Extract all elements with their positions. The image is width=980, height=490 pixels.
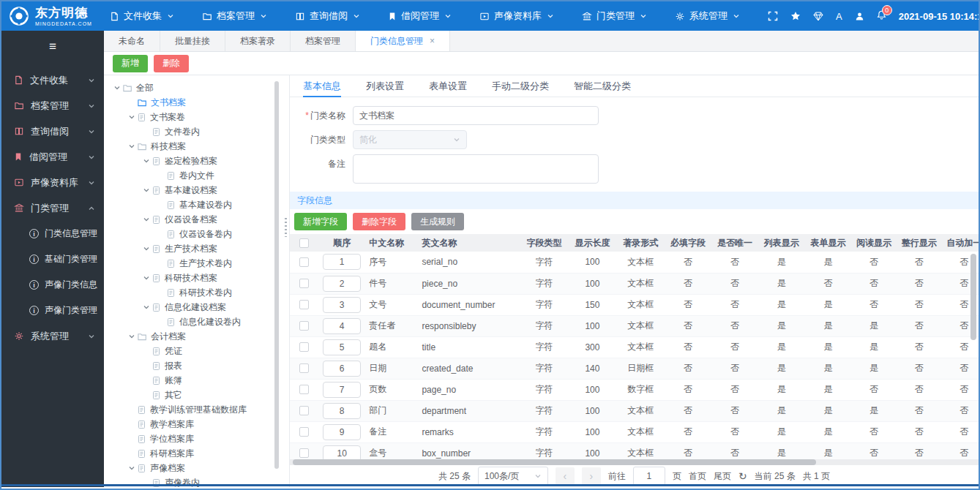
sidebar-subitem-6-2[interactable]: i基础门类管理 bbox=[1, 246, 104, 272]
order-input[interactable]: 2 bbox=[323, 276, 361, 292]
generate-rule-button[interactable]: 生成规则 bbox=[411, 213, 464, 230]
nav-menu-3[interactable]: 查询借阅 bbox=[295, 10, 360, 23]
open-tab-2[interactable]: 批量挂接 bbox=[160, 31, 225, 51]
tree-node-26[interactable]: 科研档案库 bbox=[111, 446, 272, 461]
next-page-button[interactable]: › bbox=[582, 467, 601, 485]
sidebar-item-5[interactable]: 声像资料库 bbox=[1, 170, 104, 195]
nav-menu-4[interactable]: 借阅管理 bbox=[388, 10, 452, 23]
detail-tab-4[interactable]: 手动二级分类 bbox=[492, 75, 549, 97]
delete-field-button[interactable]: 删除字段 bbox=[353, 213, 405, 230]
tree-node-25[interactable]: 学位档案库 bbox=[111, 431, 272, 446]
tree-expander-icon[interactable] bbox=[141, 157, 152, 165]
row-checkbox[interactable] bbox=[299, 257, 309, 267]
tree-node-23[interactable]: 教学训练管理基础数据库 bbox=[111, 402, 272, 417]
sidebar-item-4[interactable]: 借阅管理 bbox=[1, 144, 104, 170]
detail-tab-5[interactable]: 智能二级分类 bbox=[574, 75, 631, 97]
order-input[interactable]: 9 bbox=[323, 424, 361, 440]
user-icon[interactable] bbox=[855, 12, 864, 21]
tree-node-27[interactable]: 声像档案 bbox=[111, 461, 272, 475]
tree-node-4[interactable]: 文件卷内 bbox=[111, 124, 272, 139]
nav-menu-6[interactable]: 门类管理 bbox=[582, 10, 647, 23]
tree-node-7[interactable]: 卷内文件 bbox=[111, 168, 272, 183]
panel-resize-divider[interactable] bbox=[283, 75, 289, 487]
row-checkbox[interactable] bbox=[299, 448, 309, 458]
sidebar-item-2[interactable]: 档案管理 bbox=[1, 93, 104, 118]
gem-icon[interactable] bbox=[813, 12, 823, 21]
tree-node-16[interactable]: 信息化建设档案 bbox=[111, 300, 272, 314]
sidebar-item-7[interactable]: 系统管理 bbox=[1, 323, 104, 349]
tree-node-6[interactable]: 鉴定检验档案 bbox=[111, 154, 272, 168]
row-checkbox[interactable] bbox=[299, 385, 309, 394]
tree-node-1[interactable]: 全部 bbox=[111, 80, 272, 95]
add-button[interactable]: 新增 bbox=[113, 55, 148, 72]
tree-node-18[interactable]: 会计档案 bbox=[111, 329, 272, 344]
detail-tab-1[interactable]: 基本信息 bbox=[303, 75, 341, 97]
nav-menu-7[interactable]: 系统管理 bbox=[675, 10, 740, 23]
tree-expander-icon[interactable] bbox=[126, 113, 137, 121]
tree-node-20[interactable]: 报表 bbox=[111, 358, 272, 373]
fullscreen-icon[interactable] bbox=[768, 11, 778, 21]
add-field-button[interactable]: 新增字段 bbox=[294, 213, 347, 230]
nav-menu-2[interactable]: 档案管理 bbox=[202, 10, 267, 23]
table-horizontal-scrollbar-thumb[interactable] bbox=[293, 459, 816, 465]
open-tab-1[interactable]: 未命名 bbox=[104, 31, 160, 51]
close-tab-icon[interactable]: × bbox=[430, 36, 435, 46]
goto-page-input[interactable] bbox=[633, 467, 665, 486]
tree-expander-icon[interactable] bbox=[141, 274, 152, 282]
open-tab-3[interactable]: 档案著录 bbox=[225, 31, 291, 51]
page-size-select[interactable]: 100条/页 bbox=[478, 467, 548, 486]
tree-node-5[interactable]: 科技档案 bbox=[111, 139, 272, 154]
tree-expander-icon[interactable] bbox=[126, 143, 137, 150]
detail-tab-3[interactable]: 表单设置 bbox=[429, 75, 467, 97]
row-checkbox[interactable] bbox=[299, 321, 309, 331]
order-input[interactable]: 7 bbox=[323, 382, 361, 398]
table-vertical-scrollbar[interactable] bbox=[970, 254, 976, 340]
tree-expander-icon[interactable] bbox=[141, 304, 152, 311]
category-name-input[interactable] bbox=[353, 106, 599, 125]
first-page-link[interactable]: 首页 bbox=[689, 470, 706, 483]
order-input[interactable]: 8 bbox=[323, 403, 361, 419]
refresh-icon[interactable]: ↻ bbox=[738, 471, 747, 481]
tree-node-3[interactable]: 文书案卷 bbox=[111, 110, 272, 124]
sidebar-subitem-6-1[interactable]: i门类信息管理 bbox=[1, 221, 104, 246]
tree-node-24[interactable]: 教学档案库 bbox=[111, 417, 272, 431]
category-type-select[interactable]: 简化 bbox=[353, 130, 467, 149]
remark-textarea[interactable] bbox=[353, 154, 599, 184]
tree-expander-icon[interactable] bbox=[111, 84, 122, 91]
row-checkbox[interactable] bbox=[299, 363, 309, 373]
sidebar-collapse-toggle[interactable]: ≡ bbox=[1, 34, 104, 60]
last-page-link[interactable]: 尾页 bbox=[714, 470, 731, 483]
tree-node-15[interactable]: 科研技术卷内 bbox=[111, 285, 272, 300]
open-tab-5[interactable]: 门类信息管理× bbox=[356, 31, 450, 51]
tree-node-10[interactable]: 仪器设备档案 bbox=[111, 212, 272, 227]
order-input[interactable]: 10 bbox=[323, 445, 361, 460]
row-checkbox[interactable] bbox=[299, 342, 309, 352]
detail-tab-2[interactable]: 列表设置 bbox=[366, 75, 404, 97]
notification-bell-icon[interactable]: 0 bbox=[877, 10, 886, 22]
tree-node-8[interactable]: 基本建设档案 bbox=[111, 183, 272, 197]
nav-menu-1[interactable]: 文件收集 bbox=[110, 10, 174, 23]
tree-node-12[interactable]: 生产技术档案 bbox=[111, 241, 272, 256]
tree-scrollbar[interactable] bbox=[274, 81, 279, 469]
tree-node-2[interactable]: 文书档案 bbox=[111, 95, 272, 110]
tree-expander-icon[interactable] bbox=[126, 464, 137, 472]
row-checkbox[interactable] bbox=[299, 300, 309, 309]
tree-node-21[interactable]: 账簿 bbox=[111, 373, 272, 388]
star-icon[interactable] bbox=[790, 11, 801, 21]
sidebar-subitem-6-3[interactable]: i声像门类信息 bbox=[1, 272, 104, 298]
tree-node-22[interactable]: 其它 bbox=[111, 388, 272, 402]
delete-button[interactable]: 删除 bbox=[154, 55, 189, 72]
row-checkbox[interactable] bbox=[299, 427, 309, 437]
tree-node-28[interactable]: 声像卷内 bbox=[111, 475, 272, 487]
row-checkbox[interactable] bbox=[299, 279, 309, 288]
row-checkbox[interactable] bbox=[299, 406, 309, 415]
sidebar-item-3[interactable]: 查询借阅 bbox=[1, 118, 104, 144]
tree-node-13[interactable]: 生产技术卷内 bbox=[111, 256, 272, 271]
order-input[interactable]: 4 bbox=[323, 318, 361, 334]
order-input[interactable]: 6 bbox=[323, 361, 361, 377]
tree-expander-icon[interactable] bbox=[141, 245, 152, 252]
tree-expander-icon[interactable] bbox=[126, 333, 137, 340]
tree-node-19[interactable]: 凭证 bbox=[111, 344, 272, 358]
order-input[interactable]: 1 bbox=[323, 254, 361, 270]
order-input[interactable]: 5 bbox=[323, 339, 361, 355]
